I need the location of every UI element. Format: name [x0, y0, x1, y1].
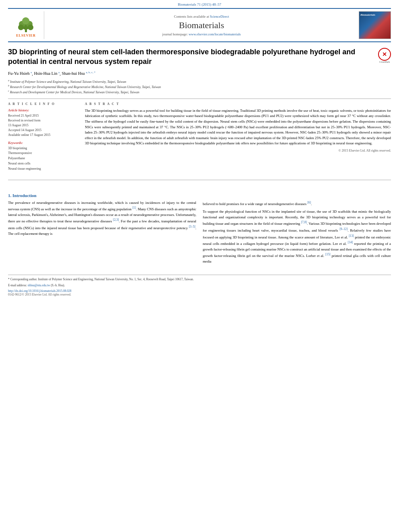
ref-9-12[interactable]: [9–12] — [339, 227, 348, 231]
ref-1[interactable]: [1] — [132, 206, 136, 210]
ref-3-5[interactable]: [3–5] — [189, 225, 195, 228]
article-info-column: A R T I C L E I N F O Article history: R… — [8, 102, 78, 175]
keyword-2: Polyurethane — [8, 156, 78, 161]
title-section: ✕ CrossMark 3D bioprinting of neural ste… — [8, 47, 391, 67]
intro-col1-text: The prevalence of neurodegenerative dise… — [8, 200, 196, 237]
journal-center: Contents lists available at ScienceDirec… — [44, 11, 359, 39]
abstract-column: A B S T R A C T The 3D bioprinting techn… — [85, 102, 391, 175]
history-item-3: Accepted 14 August 2015 — [8, 128, 78, 133]
introduction-col1: The prevalence of neurodegenerative dise… — [8, 200, 196, 267]
history-item-2: 13 August 2015 — [8, 123, 78, 128]
author-3: Shan-hui Hsu a, b, c, * — [62, 71, 95, 76]
footnote-divider — [8, 275, 391, 275]
intro-col2-text: believed to hold promises for a wide ran… — [203, 200, 391, 265]
paper-title: 3D bioprinting of neural stem cell-laden… — [8, 47, 391, 67]
introduction-col2: believed to hold promises for a wide ran… — [203, 200, 391, 267]
top-bar: Biomaterials 71 (2015) 48–57 — [0, 0, 399, 8]
article-info-label: A R T I C L E I N F O — [8, 102, 78, 106]
author-1: Fu-Yu Hsieh a — [8, 71, 32, 76]
section-divider-2 — [8, 180, 391, 180]
keyword-1: Thermoresponsive — [8, 151, 78, 156]
paper-content: ✕ CrossMark 3D bioprinting of neural ste… — [0, 42, 399, 187]
ref-7-8[interactable]: [7,8] — [301, 220, 307, 224]
article-history-label: Article history: — [8, 108, 78, 112]
keyword-4: Neural tissue engineering — [8, 166, 78, 172]
journal-header: ELSEVIER Contents lists available at Sci… — [8, 8, 391, 42]
history-item-4: Available online 17 August 2015 — [8, 133, 78, 138]
introduction-title: 1. Introduction — [8, 193, 391, 198]
history-item-0: Received 21 April 2015 — [8, 113, 78, 118]
footnote-area: * Corresponding author. Institute of Pol… — [0, 275, 399, 296]
introduction-columns: The prevalence of neurodegenerative dise… — [8, 200, 391, 267]
affiliation-2: b Research Center for Developmental Biol… — [8, 84, 391, 89]
elsevier-tree-icon — [15, 13, 37, 33]
affiliation-3: c Research and Development Center for Me… — [8, 89, 391, 94]
ref-14[interactable]: [14] — [348, 240, 353, 244]
elsevier-logo: ELSEVIER — [8, 11, 44, 39]
journal-homepage-link[interactable]: www.elsevier.com/locate/biomaterials — [189, 32, 241, 36]
history-item-1: Received in revised form — [8, 118, 78, 123]
svg-point-6 — [28, 25, 33, 30]
abstract-text: The 3D bioprinting technology serves as … — [85, 108, 391, 146]
section-divider-1 — [8, 99, 391, 99]
keyword-0: 3D bioprinting — [8, 146, 78, 151]
affiliation-1: a Institute of Polymer Science and Engin… — [8, 79, 391, 84]
email-link[interactable]: shhsu@ntu.edu.tw — [28, 283, 50, 287]
keyword-3: Neural stem cells — [8, 161, 78, 166]
footnote-email: E-mail address: shhsu@ntu.edu.tw (S.-h. … — [8, 283, 391, 288]
ref-6[interactable]: [6] — [307, 201, 311, 204]
issn-line: 0142-9612/© 2015 Elsevier Ltd. All right… — [8, 293, 391, 296]
introduction-section: 1. Introduction The prevalence of neurod… — [0, 193, 399, 267]
ref-2-3[interactable]: [2,3] — [113, 218, 119, 222]
elsevier-label: ELSEVIER — [16, 34, 35, 37]
thumbnail-label: Biomaterials — [360, 13, 375, 16]
article-info-abstract: A R T I C L E I N F O Article history: R… — [8, 102, 391, 175]
doi-line: http://dx.doi.org/10.1016/j.biomaterials… — [8, 289, 391, 293]
page-wrapper: Biomaterials 71 (2015) 48–57 ELSEVIER — [0, 0, 399, 296]
sciencedirect-line: Contents lists available at ScienceDirec… — [174, 14, 229, 18]
ref-15[interactable]: [15] — [325, 253, 331, 256]
journal-homepage: journal homepage: www.elsevier.com/locat… — [162, 32, 241, 36]
article-history-block: Article history: Received 21 April 2015 … — [8, 108, 78, 138]
author-2: Hsin-Hua Lin a — [34, 71, 60, 76]
svg-point-5 — [18, 25, 24, 30]
ref-13[interactable]: [13] — [349, 234, 354, 238]
affiliations: a Institute of Polymer Science and Engin… — [8, 79, 391, 94]
doi-link[interactable]: http://dx.doi.org/10.1016/j.biomaterials… — [8, 289, 72, 293]
svg-point-4 — [22, 17, 29, 25]
footnote-star: * Corresponding author. Institute of Pol… — [8, 277, 391, 281]
keywords-label: Keywords: — [8, 141, 78, 145]
crossmark[interactable]: ✕ CrossMark — [378, 48, 391, 63]
abstract-label: A B S T R A C T — [85, 102, 391, 106]
journal-thumbnail: Biomaterials — [359, 11, 391, 39]
sciencedirect-link[interactable]: ScienceDirect — [210, 14, 229, 18]
copyright-line: © 2015 Elsevier Ltd. All rights reserved… — [85, 149, 391, 152]
authors-line: Fu-Yu Hsieh a, Hsin-Hua Lin a, Shan-hui … — [8, 71, 391, 76]
keywords-block: Keywords: 3D bioprinting Thermoresponsiv… — [8, 141, 78, 172]
journal-reference: Biomaterials 71 (2015) 48–57 — [178, 2, 221, 6]
journal-title: Biomaterials — [179, 20, 224, 31]
